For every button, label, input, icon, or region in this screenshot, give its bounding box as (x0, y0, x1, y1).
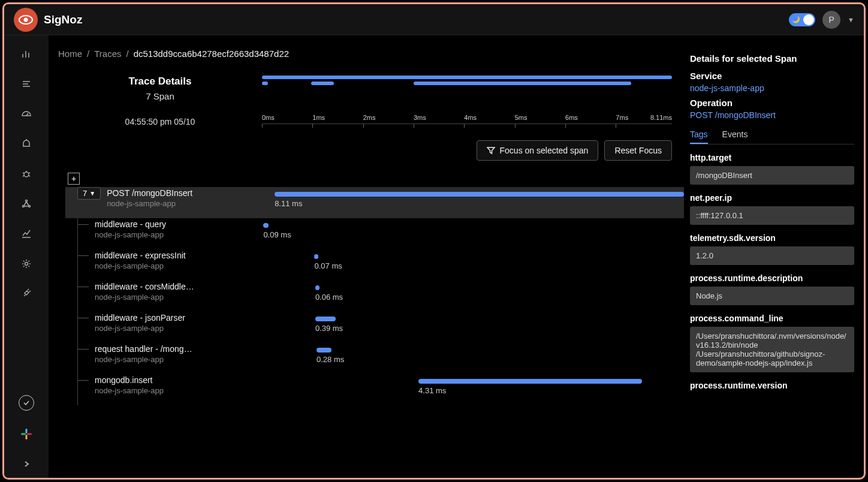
focus-span-button[interactable]: Focus on selected span (477, 140, 599, 161)
span-row[interactable]: middleware - querynode-js-sample-app0.09… (77, 218, 684, 249)
span-duration: 0.39 ms (315, 324, 343, 333)
tag-key: http.target (690, 153, 854, 162)
brand-name: SigNoz (44, 13, 82, 26)
span-duration: 0.07 ms (314, 261, 342, 270)
breadcrumb-trace-id: dc513dd9cca6b4278ecf2663d3487d22 (134, 49, 289, 59)
span-service: node-js-sample-app (95, 230, 263, 239)
span-count: 7 Span (58, 91, 262, 101)
span-row[interactable]: middleware - jsonParsernode-js-sample-ap… (77, 312, 684, 343)
logo-icon (14, 8, 38, 32)
trace-timestamp: 04:55:50 pm 05/10 (58, 117, 262, 126)
span-service: node-js-sample-app (107, 199, 275, 208)
span-service: node-js-sample-app (95, 386, 263, 395)
tag-value: ::ffff:127.0.0.1 (690, 206, 854, 225)
span-row[interactable]: middleware - corsMiddlew…node-js-sample-… (77, 281, 684, 312)
span-duration: 0.09 ms (263, 230, 291, 239)
details-title: Details for selected Span (690, 53, 854, 64)
minimap[interactable] (262, 76, 672, 88)
time-axis: 0ms1ms2ms3ms4ms5ms6ms7ms8.11ms (262, 123, 672, 135)
svg-point-2 (24, 172, 29, 177)
service-link[interactable]: node-js-sample-app (690, 83, 854, 93)
slack-icon[interactable] (20, 427, 33, 441)
bar-chart-icon[interactable] (20, 47, 33, 61)
span-service: node-js-sample-app (95, 261, 263, 270)
graph-icon[interactable] (20, 197, 33, 210)
breadcrumb: Home/ Traces/ dc513dd9cca6b4278ecf2663d3… (49, 49, 684, 59)
tab-events[interactable]: Events (722, 126, 748, 144)
settings-icon[interactable] (20, 257, 33, 270)
operation-link[interactable]: POST /mongoDBInsert (690, 110, 854, 120)
list-icon[interactable] (20, 77, 33, 91)
span-duration: 0.28 ms (317, 355, 344, 364)
tag-value: /mongoDBInsert (690, 166, 854, 185)
span-row[interactable]: 7▼POST /mongoDBInsertnode-js-sample-app8… (65, 187, 684, 218)
alert-icon[interactable] (20, 137, 33, 150)
filter-icon (487, 146, 495, 155)
avatar[interactable]: P (822, 11, 840, 29)
span-name: POST /mongoDBInsert (107, 188, 263, 198)
reset-focus-button[interactable]: Reset Focus (604, 140, 672, 161)
bug-icon[interactable] (20, 167, 33, 180)
svg-rect-9 (26, 435, 28, 439)
span-duration: 0.06 ms (315, 293, 343, 302)
tag-key: net.peer.ip (690, 193, 854, 203)
span-service: node-js-sample-app (95, 293, 263, 302)
svg-rect-8 (21, 433, 26, 435)
svg-rect-7 (26, 429, 28, 433)
status-check-icon[interactable] (19, 395, 34, 411)
tag-key: process.runtime.description (690, 273, 854, 283)
svg-point-1 (24, 17, 28, 22)
span-row[interactable]: mongodb.insertnode-js-sample-app4.31 ms (77, 374, 684, 405)
svg-rect-10 (27, 433, 32, 435)
tag-key: process.runtime.version (690, 381, 854, 390)
span-name: middleware - corsMiddlew… (95, 282, 197, 291)
breadcrumb-traces[interactable]: Traces (94, 49, 121, 59)
caret-down-icon[interactable]: ▼ (848, 16, 854, 23)
breadcrumb-home[interactable]: Home (58, 49, 82, 59)
span-row[interactable]: request handler - /mongo…node-js-sample-… (77, 343, 684, 374)
span-service: node-js-sample-app (95, 355, 263, 364)
trace-title: Trace Details (58, 76, 262, 88)
tag-value: 1.2.0 (690, 246, 854, 265)
span-name: middleware - query (95, 219, 197, 229)
plug-icon[interactable] (20, 287, 33, 300)
service-label: Service (690, 71, 854, 81)
span-name: middleware - jsonParser (95, 313, 197, 323)
tag-key: telemetry.sdk.version (690, 233, 854, 243)
span-name: middleware - expressInit (95, 251, 197, 260)
span-service: node-js-sample-app (95, 324, 263, 333)
span-duration: 4.31 ms (418, 386, 446, 395)
operation-label: Operation (690, 98, 854, 108)
theme-toggle[interactable]: 🌙 (789, 13, 815, 26)
expand-sidebar-icon[interactable] (20, 457, 33, 471)
svg-point-6 (25, 263, 28, 266)
line-chart-icon[interactable] (20, 227, 33, 240)
child-count-badge[interactable]: 7▼ (77, 187, 101, 200)
tag-value: Node.js (690, 287, 854, 305)
sidebar (4, 35, 49, 478)
tag-value: /Users/pranshuchittora/.nvm/versions/nod… (690, 327, 854, 372)
span-duration: 8.11 ms (275, 199, 302, 208)
span-name: mongodb.insert (95, 375, 197, 385)
span-row[interactable]: middleware - expressInitnode-js-sample-a… (77, 249, 684, 281)
span-name: request handler - /mongo… (95, 344, 197, 354)
svg-point-3 (26, 200, 28, 202)
details-panel: Details for selected Span Service node-j… (684, 49, 864, 478)
dashboard-icon[interactable] (20, 107, 33, 120)
expand-all-button[interactable]: + (68, 173, 80, 185)
tag-key: process.command_line (690, 314, 854, 323)
tab-tags[interactable]: Tags (690, 126, 708, 144)
